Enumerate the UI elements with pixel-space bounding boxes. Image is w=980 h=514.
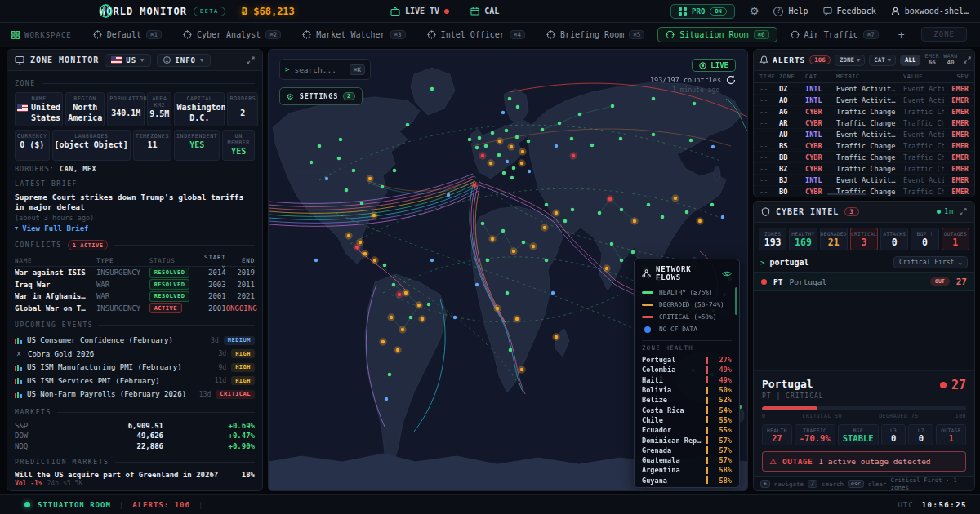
expand-icon[interactable]: [960, 208, 967, 215]
workspace-tab[interactable]: Briefing Room ⌘5: [538, 27, 653, 42]
alert-row[interactable]: -- AG CYBR Traffic Change Traffic Chang……: [754, 106, 974, 117]
zone-health-row[interactable]: Argentina 58%: [642, 465, 732, 475]
alert-row[interactable]: -- AR CYBR Traffic Change Traffic Chang……: [754, 117, 974, 129]
conflict-row[interactable]: Global War on T… INSURGENCY ACTIVE 2001 …: [15, 303, 255, 315]
zone-health-title: ZONE HEALTH: [642, 344, 732, 352]
btc-price[interactable]: Ƀ $68,213: [242, 6, 295, 17]
map-settings-button[interactable]: ⚙ SETTINGS 2: [279, 87, 363, 105]
legend-item-nodata: NO CF DATA: [642, 323, 732, 335]
live-tv-button[interactable]: LIVE TV: [390, 7, 449, 16]
alert-row[interactable]: -- BB CYBR Traffic Change Traffic Chang……: [754, 152, 974, 163]
expand-icon[interactable]: [247, 56, 255, 64]
status-alerts[interactable]: ALERTS: 106: [132, 501, 190, 509]
map-search-box[interactable]: > search... ⌘K: [279, 59, 371, 80]
user-menu[interactable]: boxwood-shel…: [891, 7, 969, 16]
emer-counter[interactable]: EMER66: [924, 54, 939, 66]
help-icon: ?: [773, 7, 783, 16]
workspace-tab[interactable]: Cyber Analyst ⌘2: [175, 27, 289, 42]
pro-button[interactable]: PRO ON: [670, 4, 735, 19]
workspace-tab[interactable]: Market Watcher ⌘3: [294, 27, 413, 42]
alert-row[interactable]: -- AO INTL Event Activit… Event Activit……: [754, 95, 974, 106]
all-filter-button[interactable]: ALL: [900, 55, 921, 66]
alert-row[interactable]: -- BS CYBR Traffic Change Traffic Chang……: [754, 140, 974, 152]
alert-row[interactable]: -- DZ INTL Event Activit… Event Activit……: [754, 83, 974, 95]
zone-health-row[interactable]: Portugal 27%: [642, 355, 732, 365]
event-row[interactable]: x US ISM Services PMI (February) 11d HIG…: [15, 374, 255, 388]
warn-counter[interactable]: WARN40: [943, 54, 958, 66]
zone-health-row[interactable]: Guyana 58%: [642, 476, 732, 485]
health-tick: [706, 467, 708, 474]
cyber-stat-cell[interactable]: OUTAGES 1: [942, 228, 969, 250]
cyber-stat-cell[interactable]: ATTACKS 0: [880, 228, 908, 250]
tv-icon: [390, 7, 400, 16]
gear-icon[interactable]: ⚙: [750, 5, 760, 17]
prediction-row[interactable]: Will the US acquire part of Greenland in…: [15, 471, 255, 487]
eye-icon[interactable]: [722, 270, 732, 277]
panel-scrollbar[interactable]: [735, 287, 737, 315]
alert-row[interactable]: -- BO CYBR Traffic Change Traffic Chang……: [754, 186, 974, 197]
cyber-intel-title: CYBER INTEL: [776, 207, 839, 216]
workspace-tab[interactable]: Situation Room ⌘6: [657, 27, 777, 42]
workspace-label: WORKSPACE: [11, 31, 72, 39]
zone-health-row[interactable]: Dominican Rep… 57%: [642, 435, 732, 445]
cyber-stat-cell[interactable]: HEALTHY 169: [789, 228, 817, 250]
market-row[interactable]: DOW 49,626 +0.47%: [15, 431, 255, 441]
zone-filter[interactable]: ZONE▼: [835, 55, 865, 66]
zone-section-label: ZONE: [15, 80, 255, 87]
zone-select[interactable]: US▼: [105, 54, 151, 67]
zone-health-row[interactable]: Bolivia 50%: [642, 385, 732, 395]
cyber-stat-cell[interactable]: ZONES 193: [759, 228, 786, 250]
market-row[interactable]: S&P 6,909.51 +0.69%: [15, 421, 255, 432]
zone-field-borders: BORDERS2: [227, 92, 258, 126]
info-select[interactable]: i INFO▼: [157, 54, 211, 67]
help-button[interactable]: ? Help: [773, 7, 808, 16]
horizontal-scrollbar[interactable]: [827, 193, 866, 195]
conflict-row[interactable]: War in Afghanis… WAR RESOLVED 2001 2021: [15, 290, 255, 303]
market-row[interactable]: NDQ 22,886 +0.90%: [15, 441, 255, 452]
zone-health-row[interactable]: Chile 55%: [642, 415, 732, 425]
cyber-stat-cell[interactable]: DEGRADED 21: [820, 228, 848, 250]
zone-health-row[interactable]: Grenada 57%: [642, 445, 732, 455]
zone-health-row[interactable]: Colombia 49%: [642, 365, 732, 374]
event-row[interactable]: x US Consumer Confidence (February) 3d M…: [15, 334, 255, 348]
zone-health-row[interactable]: Haiti 49%: [642, 375, 732, 385]
workspace-tab[interactable]: Intel Officer ⌘4: [419, 27, 533, 42]
zone-quick-box[interactable]: ZONE: [921, 27, 967, 42]
zone-result-row[interactable]: PT Portugal OUT 27: [754, 272, 974, 291]
view-full-brief-link[interactable]: ▼View Full Brief: [15, 224, 255, 233]
alert-row[interactable]: -- AU INTL Event Activit… Event Activit……: [754, 129, 974, 140]
alert-row[interactable]: -- BJ INTL Event Activit… Event Activit……: [754, 175, 974, 186]
workspace-tab[interactable]: Air Traffic ⌘7: [782, 27, 887, 42]
conflicts-sort-start[interactable]: START ⌄: [197, 254, 225, 268]
add-tab-button[interactable]: +: [893, 29, 910, 41]
event-row[interactable]: x US ISM Manufacturing PMI (February) 9d…: [15, 361, 255, 374]
cyber-intel-panel: CYBER INTEL 3 1m ZONES 193 HEALTHY: [753, 201, 975, 491]
cyber-stat-cell[interactable]: CRITICAL 3: [850, 228, 878, 250]
zone-health-row[interactable]: Costa Rica 54%: [642, 405, 732, 414]
sort-select[interactable]: Critical First ⌄: [893, 256, 968, 268]
refresh-icon[interactable]: [726, 75, 736, 85]
expand-icon[interactable]: [964, 56, 971, 64]
cyber-stat-cell[interactable]: BGP ! 0: [911, 228, 938, 250]
status-badge: RESOLVED: [149, 279, 190, 290]
feedback-button[interactable]: Feedback: [823, 7, 876, 16]
settings-count-badge: 2: [343, 92, 355, 100]
cal-button[interactable]: CAL: [470, 7, 499, 16]
event-row[interactable]: x US Non-Farm Payrolls (February 2026) 1…: [15, 388, 255, 401]
zone-health-row[interactable]: Belize 52%: [642, 395, 732, 405]
event-row[interactable]: x Cobra Gold 2026 3d HIGH: [15, 348, 255, 361]
pro-on-toggle[interactable]: ON: [710, 7, 726, 16]
conflict-row[interactable]: War against ISIS INSURGENCY RESOLVED 201…: [15, 267, 255, 279]
world-map[interactable]: > search... ⌘K ⚙ SETTINGS 2 LIVE 193/197…: [268, 49, 748, 491]
health-tick: [706, 397, 708, 404]
workspace-tab[interactable]: Default ⌘1: [85, 27, 170, 42]
us-flag-icon: [111, 56, 122, 64]
cyber-search-input[interactable]: portugal: [769, 258, 808, 267]
alert-row[interactable]: -- BZ CYBR Traffic Change Traffic Chang……: [754, 163, 974, 175]
zone-health-row[interactable]: Guatemala 57%: [642, 455, 732, 465]
zone-health-row[interactable]: Ecuador 55%: [642, 425, 732, 435]
conflict-row[interactable]: Iraq War WAR RESOLVED 2003 2011: [15, 279, 255, 291]
detail-stat-cell: OUTAGE 1: [936, 424, 966, 445]
outage-alert[interactable]: ⚠ OUTAGE 1 active outage detected: [762, 451, 966, 472]
cat-filter[interactable]: CAT▼: [869, 55, 896, 66]
